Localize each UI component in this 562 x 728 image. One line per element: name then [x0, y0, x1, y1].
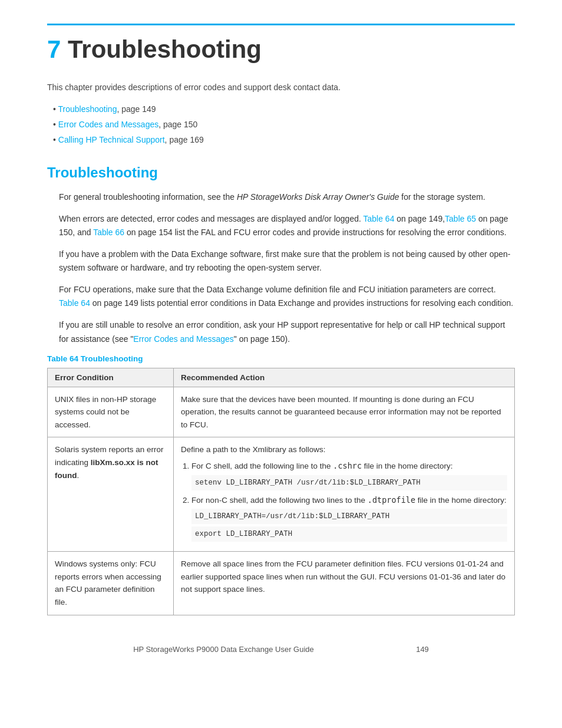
error-condition-1: UNIX files in non-HP storage systems cou… [48, 387, 174, 437]
toc-suffix-1: , page 149 [117, 104, 156, 114]
italic-book-title: HP StorageWorks Disk Array Owner's Guide [237, 192, 399, 202]
body-paragraph-3: If you have a problem with the Data Exch… [47, 248, 515, 275]
code-block-3: export LD_LIBRARY_PATH [191, 526, 507, 542]
chapter-number: 7 [47, 35, 68, 63]
toc-item-2: Error Codes and Messages, page 150 [53, 118, 515, 131]
body-paragraph-2: When errors are detected, error codes an… [47, 212, 515, 239]
table-row: UNIX files in non-HP storage systems cou… [48, 387, 515, 437]
error-condition-3: Windows systems only: FCU reports errors… [48, 552, 174, 615]
page-container: 7 Troubleshooting This chapter provides … [0, 0, 562, 689]
page-footer: HP StorageWorks P9000 Data Exchange User… [47, 639, 515, 654]
action-2: Define a path to the Xmlibrary as follow… [174, 437, 515, 552]
chapter-title: 7 Troubleshooting [47, 36, 515, 63]
table-row: Solaris system reports an error indicati… [48, 437, 515, 552]
action-step-1: For C shell, add the following line to t… [191, 460, 507, 490]
action-step-2: For non-C shell, add the following two l… [191, 494, 507, 542]
action-1: Make sure that the devices have been mou… [174, 387, 515, 437]
link-table64-p2[interactable]: Table 64 [363, 214, 394, 223]
error-2-post: . [77, 471, 79, 480]
chapter-title-text: Troubleshooting [68, 35, 262, 63]
link-error-codes-p5[interactable]: Error Codes and Messages [133, 334, 233, 344]
toc-item-1: Troubleshooting, page 149 [53, 103, 515, 116]
toc-item-3: Calling HP Technical Support, page 169 [53, 133, 515, 146]
table-row: Windows systems only: FCU reports errors… [48, 552, 515, 615]
toc-link-calling[interactable]: Calling HP Technical Support [58, 135, 165, 144]
toc-link-troubleshooting[interactable]: Troubleshooting [58, 104, 117, 114]
link-table65[interactable]: Table 65 [445, 214, 476, 223]
troubleshooting-table: Error Condition Recommended Action UNIX … [47, 368, 515, 615]
action-3: Remove all space lines from the FCU para… [174, 552, 515, 615]
body-paragraph-1: For general troubleshooting information,… [47, 190, 515, 204]
toc-list: Troubleshooting, page 149 Error Codes an… [47, 103, 515, 147]
table-title: Table 64 Troubleshooting [47, 354, 515, 363]
toc-suffix-3: , page 169 [165, 135, 204, 144]
link-table64-p4[interactable]: Table 64 [59, 298, 90, 308]
section-title: Troubleshooting [47, 164, 515, 181]
footer-text: HP StorageWorks P9000 Data Exchange User… [133, 645, 314, 654]
toc-suffix-2: , page 150 [158, 120, 197, 129]
code-dtprofile: .dtprofile [368, 495, 415, 505]
intro-description: This chapter provides descriptions of er… [47, 81, 515, 94]
code-block-2: LD_LIBRARY_PATH=/usr/dt/lib:$LD_LIBRARY_… [191, 509, 507, 524]
chapter-header: 7 Troubleshooting [47, 24, 515, 63]
col-header-action: Recommended Action [174, 368, 515, 387]
action-steps-list: For C shell, add the following line to t… [181, 460, 507, 542]
col-header-error: Error Condition [48, 368, 174, 387]
table-header-row: Error Condition Recommended Action [48, 368, 515, 387]
link-table66[interactable]: Table 66 [93, 228, 124, 237]
action-2-intro: Define a path to the Xmlibrary as follow… [181, 445, 325, 454]
code-cshrc: .cshrc [333, 461, 362, 470]
error-condition-2: Solaris system reports an error indicati… [48, 437, 174, 552]
body-paragraph-5: If you are still unable to resolve an er… [47, 318, 515, 345]
body-paragraph-4: For FCU operations, make sure that the D… [47, 283, 515, 310]
footer-page: 149 [416, 645, 429, 654]
code-block-1: setenv LD_LIBRARY_PATH /usr/dt/lib:$LD_L… [191, 475, 507, 490]
toc-link-error-codes[interactable]: Error Codes and Messages [58, 120, 158, 129]
